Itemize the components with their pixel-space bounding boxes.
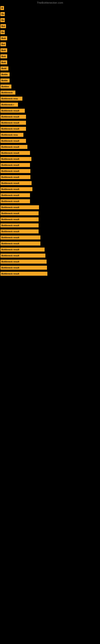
bar-label: Bottle xyxy=(0,72,10,76)
bar-row: Bottleneck result xyxy=(0,144,100,150)
bar-row: Bottleneck result xyxy=(0,150,100,156)
bar-row: Bot xyxy=(0,23,100,29)
bar-row: Bottleneck result xyxy=(0,222,100,228)
bar-row: Bottleneck result xyxy=(0,252,100,258)
bar-row: Bo xyxy=(0,17,100,23)
bar-label: Bottle xyxy=(0,78,10,82)
bar-row: Bo xyxy=(0,29,100,35)
bar-label: Bottleneck result xyxy=(0,242,40,246)
bar-row: Bottleneck result xyxy=(0,186,100,192)
bar-row: Bot xyxy=(0,41,100,47)
bar-label: Bottleneck result xyxy=(0,187,32,191)
bar-row: Bottleneck result xyxy=(0,174,100,180)
bar-row: Bottleneck xyxy=(0,90,100,96)
bar-label: Bottleneck resu xyxy=(0,133,23,137)
bar-label: Bottleneck result xyxy=(0,205,39,209)
bar-row: Bott xyxy=(0,35,100,41)
bar-label: Bottleneck result xyxy=(0,254,46,258)
bar-row: Bottleneck result xyxy=(0,192,100,198)
bar-label: Bottleneck r xyxy=(0,103,18,107)
bar-row: Bottleneck result xyxy=(0,228,100,234)
bar-label: Bottleneck result xyxy=(0,217,39,222)
bar-row: Bottleneck result xyxy=(0,210,100,216)
bar-label: Bottleneck result xyxy=(0,151,30,155)
bar-label: Bottleneck result xyxy=(0,145,27,149)
bar-label: Bottlen xyxy=(0,84,11,88)
bar-row: Bottleneck result xyxy=(0,246,100,252)
bar-label: Bottleneck result xyxy=(0,109,25,113)
bar-label: Bottl xyxy=(0,66,8,70)
site-title: TheBottlenecker.com xyxy=(0,0,100,5)
bar-label: Bottleneck result xyxy=(0,181,32,185)
bar-row: Bottleneck resu xyxy=(0,96,100,102)
bar-label: Bott xyxy=(0,36,7,40)
bar-row: Bottleneck result xyxy=(0,108,100,114)
bar-row: Bo xyxy=(0,11,100,17)
bar-row: Bottleneck result xyxy=(0,204,100,210)
bar-row: Bottleneck result xyxy=(0,126,100,132)
bar-label: Bottleneck result xyxy=(0,121,26,125)
bar-row: Bottleneck result xyxy=(0,265,100,271)
bar-label: Bo xyxy=(0,30,5,34)
bar-label: Bottleneck result xyxy=(0,115,26,119)
bar-label: Bo xyxy=(0,12,5,16)
bar-label: Bottleneck result xyxy=(0,272,48,276)
bar-row: Bottle xyxy=(0,78,100,84)
bar-label: Bottleneck resu xyxy=(0,96,22,100)
bar-row: Bottl xyxy=(0,66,100,72)
bar-row: Bottleneck result xyxy=(0,114,100,120)
bar-row: Bott xyxy=(0,47,100,53)
bar-label: Bot xyxy=(0,42,6,46)
bar-label: Bottleneck result xyxy=(0,211,39,215)
bar-row: Bottleneck result xyxy=(0,240,100,246)
bar-row: B xyxy=(0,5,100,11)
bar-label: Bottleneck result xyxy=(0,199,30,203)
bar-label: Bottleneck result xyxy=(0,224,39,228)
bar-label: Bottleneck result xyxy=(0,260,47,264)
bar-row: Bottleneck result xyxy=(0,156,100,162)
bar-label: Bottleneck result xyxy=(0,266,47,270)
bar-row: Bottleneck result xyxy=(0,168,100,174)
bar-row: Bottleneck result xyxy=(0,120,100,126)
bar-row: Bottleneck result xyxy=(0,180,100,186)
bar-row: Bottleneck result xyxy=(0,258,100,265)
bar-label: B xyxy=(0,6,4,10)
bar-row: Bottleneck result xyxy=(0,271,100,277)
bar-label: Bo xyxy=(0,18,5,22)
bar-row: Bottleneck result xyxy=(0,234,100,240)
bar-row: Bottleneck resu xyxy=(0,132,100,138)
bar-row: Bottle xyxy=(0,72,100,78)
bar-row: Bottleneck result xyxy=(0,138,100,144)
bar-label: Bott xyxy=(0,54,7,58)
bar-label: Bott xyxy=(0,60,7,64)
bar-label: Bottleneck xyxy=(0,90,15,94)
bar-row: Bott xyxy=(0,53,100,59)
bar-label: Bott xyxy=(0,48,7,52)
bar-row: Bottleneck result xyxy=(0,162,100,168)
bar-label: Bottleneck result xyxy=(0,175,30,179)
bar-label: Bot xyxy=(0,24,6,28)
bar-label: Bottleneck result xyxy=(0,169,30,173)
bar-label: Bottleneck result xyxy=(0,157,31,161)
bar-label: Bottleneck result xyxy=(0,127,26,131)
bar-label: Bottleneck result xyxy=(0,236,40,240)
bar-label: Bottleneck result xyxy=(0,193,30,197)
bar-row: Bottleneck result xyxy=(0,216,100,222)
bar-row: Bott xyxy=(0,59,100,66)
bar-row: Bottleneck r xyxy=(0,102,100,108)
bar-label: Bottleneck result xyxy=(0,248,45,252)
bar-row: Bottlen xyxy=(0,84,100,90)
bar-row: Bottleneck result xyxy=(0,198,100,204)
bar-label: Bottleneck result xyxy=(0,139,26,143)
bar-label: Bottleneck result xyxy=(0,230,39,234)
bar-label: Bottleneck result xyxy=(0,163,30,167)
